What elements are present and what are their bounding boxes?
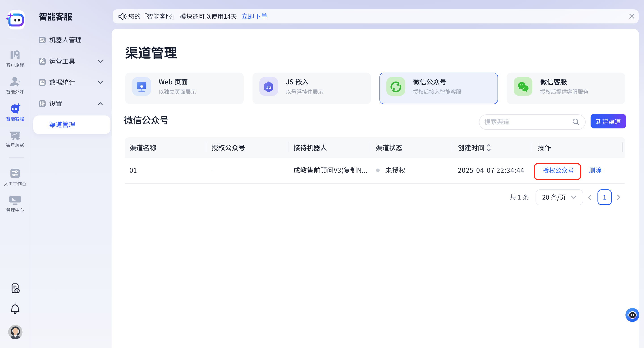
svg-text:e: e — [140, 83, 143, 89]
svg-text:JS: JS — [266, 85, 272, 90]
